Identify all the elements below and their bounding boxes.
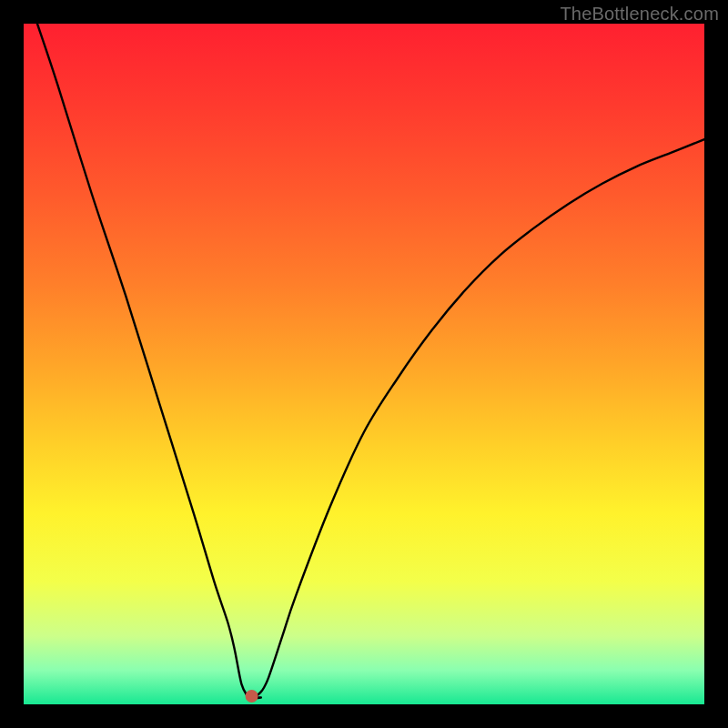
optimal-point-marker (246, 690, 258, 703)
chart-background-gradient (24, 24, 704, 704)
watermark-text: TheBottleneck.com (560, 4, 719, 25)
chart-plot-area (24, 24, 704, 704)
chart-svg (24, 24, 704, 704)
